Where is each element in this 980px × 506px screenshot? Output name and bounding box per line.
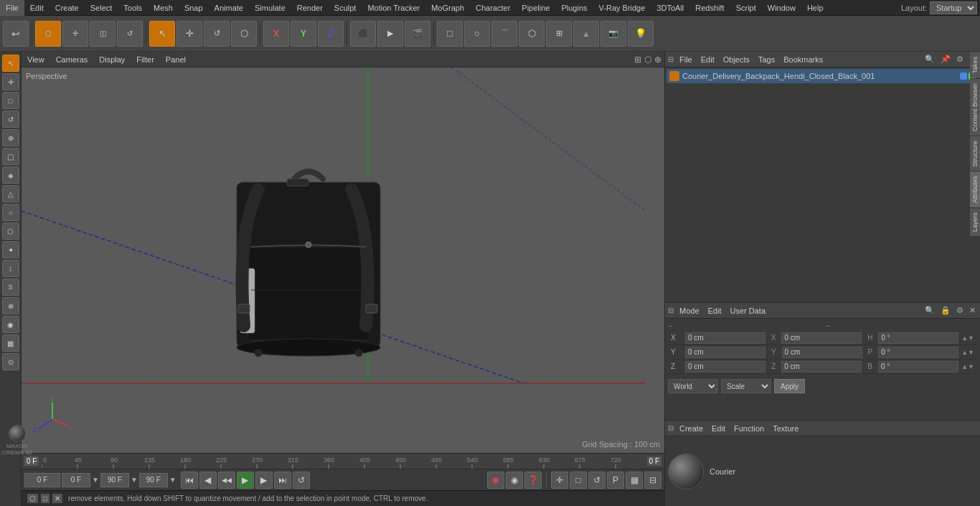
light-button[interactable]: 💡 [628,21,654,47]
viewport-menu-filter[interactable]: Filter [133,54,156,65]
sidebar-hex-icon[interactable]: ⬡ [2,222,19,240]
attr-y-pos-input[interactable] [685,347,765,358]
sidebar-move-icon[interactable]: ✛ [2,73,19,90]
attr-b-rot-input[interactable] [878,361,958,373]
axis-z-button[interactable]: Z [318,21,344,47]
object-manager-objects[interactable]: Objects [720,54,753,65]
menu-motion-tracker[interactable]: Motion Tracker [362,0,425,16]
menu-mesh[interactable]: Mesh [148,0,179,16]
apply-button[interactable]: Apply [774,379,805,393]
material-texture[interactable]: Texture [770,423,801,434]
menu-snap[interactable]: Snap [179,0,209,16]
go-to-end-button[interactable]: ⏭ [274,472,291,489]
menu-simulate[interactable]: Simulate [249,0,291,16]
menu-window[interactable]: Window [762,0,801,16]
attr-p-rot-input[interactable] [878,347,958,358]
sidebar-resize-icon[interactable]: ↕ [2,260,19,277]
menu-help[interactable]: Help [801,0,829,16]
menu-plugins[interactable]: Plugins [555,0,593,16]
sidebar-arrow-icon[interactable]: ↖ [2,55,19,72]
mode-points-button[interactable]: ✛ [62,21,88,47]
array-button[interactable]: ⊞ [546,21,572,47]
attr-lock-icon[interactable]: 🔒 [939,304,952,317]
menu-script[interactable]: Script [730,0,762,16]
viewport-menu-cameras[interactable]: Cameras [53,54,91,65]
menu-pipeline[interactable]: Pipeline [516,0,555,16]
timeline-toggle-button[interactable]: ⊟ [644,472,661,489]
current-frame-input[interactable] [24,473,60,487]
material-preview[interactable] [668,454,704,489]
attr-close-icon[interactable]: ✕ [968,304,977,317]
menu-animate[interactable]: Animate [209,0,249,16]
object-manager-file[interactable]: File [677,54,695,65]
attr-x-pos-input[interactable] [685,332,765,344]
sidebar-rotate-icon[interactable]: ↺ [2,111,19,128]
step-forward-button[interactable]: ▶ [255,472,273,489]
menu-tools[interactable]: Tools [118,0,148,16]
material-panel-icon[interactable]: ⊟ [668,424,674,432]
play-back-button[interactable]: ◀◀ [218,472,235,489]
attr-z-size-input[interactable] [781,361,862,373]
end-frame2-input[interactable] [139,473,168,487]
start-frame-input[interactable] [62,473,90,487]
render-active-button[interactable]: ▶ [377,21,403,47]
tab-content-browser[interactable]: Content Browser [970,78,980,136]
layout-select[interactable]: Startup [930,1,977,14]
select-tool-button[interactable]: ↖ [149,21,175,47]
loop-button[interactable]: ↺ [293,472,310,489]
rotate-tool-playback[interactable]: ↺ [588,472,606,489]
object-settings-icon[interactable]: ⚙ [955,53,965,65]
menu-3dtoall[interactable]: 3DToAll [651,0,689,16]
viewport-menu-view[interactable]: View [24,54,47,65]
spline-button[interactable]: ⌒ [491,21,517,47]
attr-x-size-input[interactable] [781,332,862,344]
status-icon-2[interactable]: □ [41,494,50,503]
sidebar-poly-icon[interactable]: ▢ [2,148,19,165]
status-icon-1[interactable]: ⬡ [27,494,38,503]
object-manager-edit[interactable]: Edit [698,54,717,65]
end-frame-input[interactable] [100,473,129,487]
viewport-icon-2[interactable]: ⬡ [644,55,651,65]
object-dot-1[interactable] [960,72,967,80]
undo-button[interactable]: ↩ [3,21,29,47]
mode-object-button[interactable]: ⬡ [35,21,61,47]
scale-tool-button[interactable]: ⬡ [231,21,257,47]
attr-user-data[interactable]: User Data [727,305,769,317]
menu-mograph[interactable]: MoGraph [425,0,470,16]
attr-panel-icon[interactable]: ⊟ [668,306,674,314]
menu-redshift[interactable]: Redshift [689,0,730,16]
viewport-icon-3[interactable]: ⊕ [654,55,661,65]
record-button[interactable]: ⏺ [487,472,504,489]
fcurve-button[interactable]: ▦ [626,472,643,489]
object-pin-icon[interactable]: 📌 [939,53,952,65]
menu-file[interactable]: File [0,0,24,16]
tab-attributes[interactable]: Attributes [970,171,980,207]
viewport-menu-display[interactable]: Display [96,54,128,65]
attr-mode[interactable]: Mode [677,305,702,317]
timeline-ruler[interactable]: 0 45 90 135 180 225 270 3 [42,454,644,469]
tab-structure[interactable]: Structure [970,136,980,172]
material-create[interactable]: Create [677,423,706,434]
scale-tool-playback[interactable]: □ [570,472,587,489]
menu-vray[interactable]: V-Ray Bridge [593,0,651,16]
sidebar-cut-icon[interactable]: ○ [2,204,19,221]
sidebar-add-icon[interactable]: ⊕ [2,129,19,146]
deformer-button[interactable]: ⟁ [573,21,599,47]
attr-h-rot-input[interactable] [878,332,958,344]
sidebar-circle-icon[interactable]: ◉ [2,316,19,333]
sidebar-loop-icon[interactable]: △ [2,185,19,202]
play-forward-button[interactable]: ▶ [237,472,254,489]
keyframe-button[interactable]: P [607,472,624,489]
auto-key-button[interactable]: ◉ [506,472,523,489]
panel-icon-1[interactable]: ⊟ [668,55,674,63]
tab-takes[interactable]: Takes [970,52,980,78]
go-to-start-button[interactable]: ⏮ [181,472,198,489]
sidebar-smooth-icon[interactable]: ◈ [2,167,19,184]
menu-select[interactable]: Select [85,0,118,16]
attr-settings-icon[interactable]: ⚙ [955,304,965,317]
material-function[interactable]: Function [731,423,767,434]
subdiv-button[interactable]: ⬡ [519,21,545,47]
motion-path-button[interactable]: ❓ [524,472,542,489]
cube-button[interactable]: □ [437,21,463,47]
attr-edit[interactable]: Edit [705,305,725,317]
